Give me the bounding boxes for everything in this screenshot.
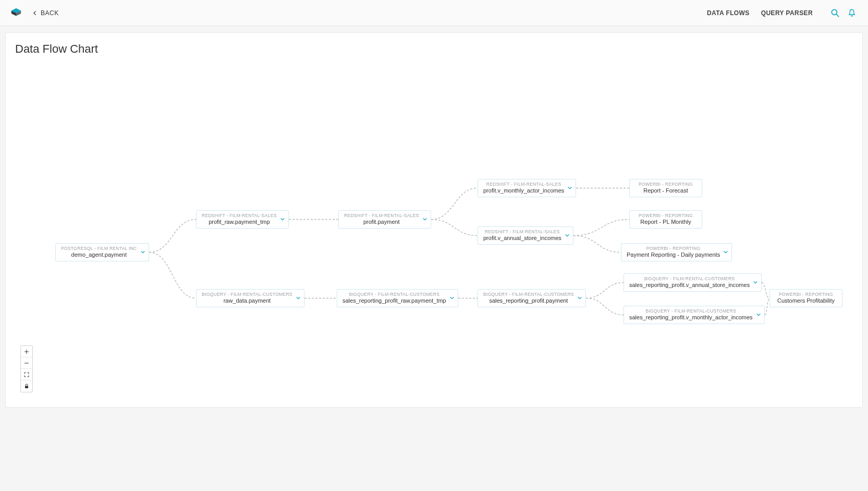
chevron-down-icon[interactable] bbox=[567, 183, 572, 193]
flow-edge bbox=[431, 220, 478, 236]
notifications-icon[interactable] bbox=[846, 7, 858, 19]
back-button[interactable]: BACK bbox=[32, 9, 59, 17]
flow-edge bbox=[573, 236, 621, 253]
minus-icon bbox=[23, 360, 30, 366]
node-name-label: sales_reporting_profit.v_annual_store_in… bbox=[629, 282, 750, 288]
flow-node[interactable]: POSTGRESQL - FILM RENTAL INCdemo_agent.p… bbox=[55, 243, 149, 261]
back-label: BACK bbox=[41, 9, 59, 17]
node-source-label: BIGQUERY - FILM-RENTAL-CUSTOMERS bbox=[343, 292, 446, 297]
flow-node[interactable]: REDSHIFT - FILM-RENTAL-SALESprofit.v_ann… bbox=[478, 226, 573, 245]
node-name-label: Customers Profitability bbox=[775, 297, 837, 304]
node-source-label: REDSHIFT - FILM-RENTAL-SALES bbox=[202, 213, 277, 218]
zoom-controls bbox=[20, 345, 33, 392]
flow-edge bbox=[149, 253, 196, 298]
chevron-down-icon[interactable] bbox=[577, 293, 582, 303]
node-source-label: POWERBI - REPORTING bbox=[627, 246, 720, 251]
svg-rect-8 bbox=[25, 386, 28, 389]
node-source-label: POWERBI - REPORTING bbox=[635, 213, 696, 218]
node-name-label: sales_reporting_profit.v_monthly_actor_i… bbox=[629, 314, 753, 320]
node-source-label: POWERBI - REPORTING bbox=[775, 292, 837, 297]
node-source-label: BIGQUERY - FILM-RENTAL-CUSTOMERS bbox=[202, 292, 292, 297]
chevron-down-icon[interactable] bbox=[280, 214, 285, 224]
node-source-label: REDSHIFT - FILM-RENTAL-SALES bbox=[483, 229, 561, 234]
flow-edge bbox=[765, 298, 769, 315]
chevron-down-icon[interactable] bbox=[756, 310, 761, 319]
node-source-label: BIGQUERY - FILM-RENTAL-CUSTOMERS bbox=[629, 308, 753, 314]
top-bar: BACK DATA FLOWS QUERY PARSER bbox=[0, 0, 868, 26]
node-name-label: sales_reporting_profit_raw.payment_tmp bbox=[343, 297, 446, 304]
flow-node[interactable]: BIGQUERY - FILM-RENTAL-CUSTOMERSsales_re… bbox=[624, 273, 762, 292]
chevron-down-icon[interactable] bbox=[140, 247, 145, 257]
node-name-label: demo_agent.payment bbox=[61, 252, 137, 258]
flow-node[interactable]: REDSHIFT - FILM-RENTAL-SALESprofit.v_mon… bbox=[478, 179, 576, 197]
node-name-label: Payment Reporting - Daily payments bbox=[627, 252, 720, 258]
node-name-label: sales_reporting_profit.payment bbox=[483, 297, 574, 304]
flow-edge bbox=[573, 220, 629, 236]
fit-screen-button[interactable] bbox=[21, 369, 32, 380]
flow-edge bbox=[431, 188, 478, 220]
flow-node[interactable]: POWERBI - REPORTINGReport - PL Monthly bbox=[629, 210, 702, 229]
flow-canvas[interactable]: POSTGRESQL - FILM RENTAL INCdemo_agent.p… bbox=[6, 33, 862, 407]
flow-edge bbox=[762, 283, 769, 298]
flow-node[interactable]: REDSHIFT - FILM-RENTAL-SALESprofit_raw.p… bbox=[196, 210, 289, 229]
flow-node[interactable]: POWERBI - REPORTINGPayment Reporting - D… bbox=[621, 243, 732, 261]
node-source-label: REDSHIFT - FILM-RENTAL-SALES bbox=[483, 182, 564, 187]
lock-button[interactable] bbox=[21, 380, 32, 392]
node-name-label: profit.v_annual_store_incomes bbox=[483, 235, 561, 241]
zoom-out-button[interactable] bbox=[21, 357, 32, 369]
flow-node[interactable]: POWERBI - REPORTINGCustomers Profitabili… bbox=[769, 289, 842, 307]
search-icon[interactable] bbox=[829, 7, 841, 19]
svg-line-4 bbox=[837, 14, 839, 16]
chevron-left-icon bbox=[32, 10, 38, 16]
lock-icon bbox=[23, 383, 30, 389]
node-name-label: Report - Forecast bbox=[635, 187, 696, 194]
node-name-label: profit.v_monthly_actor_incomes bbox=[483, 187, 564, 194]
zoom-in-button[interactable] bbox=[21, 346, 32, 357]
chevron-down-icon[interactable] bbox=[753, 278, 758, 287]
flow-node[interactable]: POWERBI - REPORTINGReport - Forecast bbox=[629, 179, 702, 197]
flow-node[interactable]: REDSHIFT - FILM-RENTAL-SALESprofit.payme… bbox=[338, 210, 431, 229]
node-name-label: Report - PL Monthly bbox=[635, 219, 696, 225]
node-source-label: BIGQUERY - FILM-RENTAL-CUSTOMERS bbox=[629, 276, 750, 281]
node-name-label: profit.payment bbox=[344, 219, 419, 225]
chevron-down-icon[interactable] bbox=[449, 293, 455, 303]
node-name-label: raw_data.payment bbox=[202, 297, 292, 304]
plus-icon bbox=[23, 349, 30, 355]
node-source-label: REDSHIFT - FILM-RENTAL-SALES bbox=[344, 213, 419, 218]
chevron-down-icon[interactable] bbox=[422, 214, 427, 224]
nav-data-flows[interactable]: DATA FLOWS bbox=[707, 9, 750, 17]
flow-edge bbox=[586, 283, 624, 298]
fullscreen-icon bbox=[23, 372, 30, 378]
flow-edge bbox=[149, 220, 196, 253]
flow-edge bbox=[586, 298, 624, 315]
node-source-label: POWERBI - REPORTING bbox=[635, 182, 696, 187]
flow-node[interactable]: BIGQUERY - FILM-RENTAL-CUSTOMERSraw_data… bbox=[196, 289, 304, 307]
chevron-down-icon[interactable] bbox=[565, 231, 570, 240]
node-source-label: BIGQUERY - FILM-RENTAL-CUSTOMERS bbox=[483, 292, 574, 297]
flow-card: Data Flow Chart POSTGRESQL - FILM RENTAL… bbox=[5, 32, 863, 408]
svg-point-3 bbox=[832, 9, 837, 15]
flow-node[interactable]: BIGQUERY - FILM-RENTAL-CUSTOMERSsales_re… bbox=[478, 289, 586, 307]
flow-node[interactable]: BIGQUERY - FILM-RENTAL-CUSTOMERSsales_re… bbox=[624, 306, 765, 324]
app-logo bbox=[10, 7, 22, 19]
node-name-label: profit_raw.payment_tmp bbox=[202, 219, 277, 225]
chevron-down-icon[interactable] bbox=[296, 293, 301, 303]
node-source-label: POSTGRESQL - FILM RENTAL INC bbox=[61, 246, 137, 251]
flow-node[interactable]: BIGQUERY - FILM-RENTAL-CUSTOMERSsales_re… bbox=[337, 289, 458, 307]
chevron-down-icon[interactable] bbox=[723, 247, 728, 257]
flow-edges bbox=[6, 33, 862, 407]
nav-query-parser[interactable]: QUERY PARSER bbox=[761, 9, 813, 17]
